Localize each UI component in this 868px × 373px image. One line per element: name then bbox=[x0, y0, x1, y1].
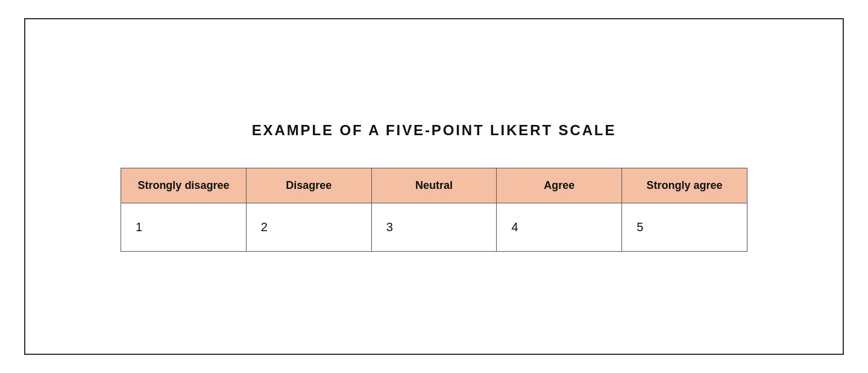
header-disagree: Disagree bbox=[246, 168, 371, 203]
value-3: 3 bbox=[371, 203, 497, 251]
header-strongly-disagree: Strongly disagree bbox=[121, 168, 247, 203]
header-neutral: Neutral bbox=[371, 168, 497, 203]
header-agree: Agree bbox=[497, 168, 622, 203]
value-1: 1 bbox=[121, 203, 247, 251]
header-strongly-agree: Strongly agree bbox=[622, 168, 747, 203]
value-5: 5 bbox=[622, 203, 747, 251]
likert-table: Strongly disagree Disagree Neutral Agree… bbox=[121, 168, 747, 252]
value-2: 2 bbox=[246, 203, 371, 251]
outer-card: EXAMPLE OF A FIVE-POINT LIKERT SCALE Str… bbox=[24, 18, 844, 355]
table-header-row: Strongly disagree Disagree Neutral Agree… bbox=[121, 168, 747, 203]
table-values-row: 1 2 3 4 5 bbox=[121, 203, 747, 251]
value-4: 4 bbox=[497, 203, 622, 251]
page-title: EXAMPLE OF A FIVE-POINT LIKERT SCALE bbox=[252, 122, 617, 139]
